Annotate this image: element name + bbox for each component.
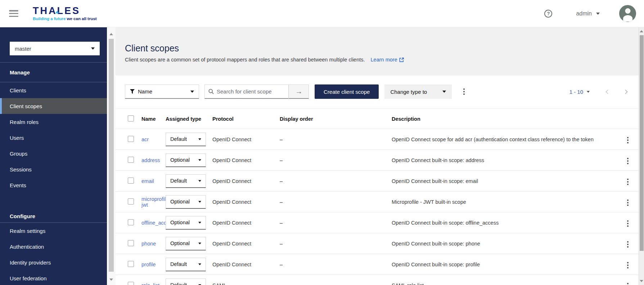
sidebar-item[interactable]: Clients	[0, 82, 107, 98]
toolbar-kebab-menu[interactable]	[462, 87, 466, 96]
assigned-type-dropdown[interactable]: Default	[166, 174, 206, 188]
learn-more-link[interactable]: Learn more	[371, 57, 404, 63]
protocol-cell: OpenID Connect	[212, 157, 280, 163]
scroll-down-arrow-icon[interactable]	[109, 279, 113, 281]
chevron-down-icon	[91, 47, 95, 50]
realm-selector[interactable]: master	[10, 42, 100, 55]
pagination-range-label: 1 - 10	[569, 89, 583, 95]
scope-name-link[interactable]: address	[141, 157, 160, 163]
assigned-type-dropdown[interactable]: Optional	[166, 195, 206, 209]
row-kebab-menu[interactable]	[626, 281, 630, 285]
avatar[interactable]	[619, 5, 636, 22]
sidebar-item-label: Users	[10, 135, 24, 141]
pagination-prev-button[interactable]	[605, 89, 610, 94]
assigned-type-value: Default	[170, 261, 187, 267]
sidebar-item[interactable]: Identity providers	[0, 254, 107, 270]
thales-logo: THALES Building a future we can all trus…	[33, 6, 97, 21]
sidebar-item[interactable]: User federation	[0, 270, 107, 285]
sidebar-item[interactable]: Authentication	[0, 239, 107, 254]
protocol-cell: OpenID Connect	[212, 137, 280, 142]
row-kebab-menu[interactable]	[626, 219, 630, 228]
brand-accent-triangle	[55, 11, 59, 13]
sidebar-item-label: User federation	[10, 275, 47, 281]
description-cell: OpenID Connect built-in scope: profile	[392, 262, 617, 267]
pagination-next-button[interactable]	[623, 89, 628, 94]
assigned-type-dropdown[interactable]: Default	[166, 258, 206, 271]
assigned-type-dropdown[interactable]: Default	[166, 133, 206, 146]
description-cell: OpenID Connect built-in scope: phone	[392, 241, 617, 247]
table-row: phone Optional OpenID Connect – OpenID C…	[116, 233, 639, 254]
create-client-scope-button[interactable]: Create client scope	[315, 84, 379, 99]
table-row: microprofile-jwt Optional OpenID Connect…	[116, 192, 639, 212]
brand-tagline-rest: we can all trust	[66, 17, 96, 21]
row-checkbox[interactable]	[128, 219, 134, 225]
page-header: Client scopes Client scopes are a common…	[116, 27, 639, 75]
sidebar-item[interactable]: Realm roles	[0, 114, 107, 130]
row-checkbox[interactable]	[128, 198, 134, 204]
main-layout: master Manage Clients Client scopes Real…	[0, 27, 644, 285]
table-row: profile Default OpenID Connect – OpenID …	[116, 254, 639, 275]
hamburger-menu-icon[interactable]	[9, 10, 18, 17]
row-checkbox[interactable]	[128, 261, 134, 267]
row-checkbox[interactable]	[128, 157, 134, 163]
row-kebab-menu[interactable]	[626, 198, 630, 207]
row-kebab-menu[interactable]	[626, 240, 630, 249]
table-row: role_list Default SAML – SAML role list	[116, 275, 639, 285]
chevron-down-icon	[587, 91, 590, 93]
sidebar-item[interactable]: Realm settings	[0, 223, 107, 239]
chevron-down-icon	[198, 263, 201, 265]
row-kebab-menu[interactable]	[626, 156, 630, 166]
scroll-down-arrow-icon[interactable]	[640, 280, 643, 282]
assigned-type-dropdown[interactable]: Default	[166, 279, 206, 285]
scope-name-link[interactable]: phone	[141, 241, 156, 247]
sidebar-scrollbar-thumb[interactable]	[109, 39, 114, 272]
user-menu[interactable]: admin	[576, 10, 600, 17]
top-bar: THALES Building a future we can all trus…	[0, 0, 644, 27]
sidebar-item[interactable]: Events	[0, 177, 107, 193]
scroll-up-arrow-icon[interactable]	[109, 33, 113, 35]
search-input[interactable]	[217, 88, 285, 95]
description-cell: OpenID Connect built-in scope: address	[392, 157, 617, 163]
sidebar-item-label: Sessions	[10, 166, 32, 173]
sidebar-item[interactable]: Groups	[0, 146, 107, 161]
row-kebab-menu[interactable]	[626, 177, 630, 187]
row-kebab-menu[interactable]	[626, 135, 630, 145]
sidebar-item[interactable]: Sessions	[0, 161, 107, 177]
display-order-cell: –	[280, 220, 392, 226]
assigned-type-dropdown[interactable]: Optional	[166, 237, 206, 250]
sidebar-scrollbar[interactable]	[107, 27, 116, 285]
sidebar-item[interactable]: Users	[0, 130, 107, 146]
page-description-line: Client scopes are a common set of protoc…	[125, 57, 629, 63]
select-all-checkbox[interactable]	[128, 115, 134, 121]
sidebar-item[interactable]: Client scopes	[0, 98, 107, 114]
assigned-type-dropdown[interactable]: Optional	[166, 153, 206, 167]
search-submit-button[interactable]: →	[289, 84, 309, 99]
change-type-dropdown[interactable]: Change type to	[384, 84, 452, 99]
main-scrollbar-thumb[interactable]	[640, 35, 644, 251]
protocol-cell: OpenID Connect	[212, 199, 280, 205]
row-kebab-menu[interactable]	[626, 261, 630, 270]
assigned-type-dropdown[interactable]: Optional	[166, 216, 206, 230]
topbar-right: ? admin	[544, 5, 636, 22]
scope-name-link[interactable]: role_list	[141, 282, 159, 285]
scope-name-link[interactable]: email	[141, 178, 154, 184]
main-scrollbar[interactable]	[639, 27, 644, 285]
help-icon[interactable]: ?	[544, 10, 552, 18]
row-checkbox[interactable]	[128, 178, 134, 184]
search-group: →	[204, 84, 309, 99]
table-row: email Default OpenID Connect – OpenID Co…	[116, 171, 639, 192]
scope-name-link[interactable]: acr	[141, 137, 149, 142]
row-checkbox[interactable]	[128, 136, 134, 142]
filter-type-dropdown[interactable]: Name	[125, 84, 199, 99]
row-checkbox[interactable]	[128, 282, 134, 285]
assigned-type-value: Optional	[170, 157, 190, 163]
learn-more-label: Learn more	[371, 57, 397, 63]
scope-name-link[interactable]: profile	[141, 262, 156, 267]
pagination-range-dropdown[interactable]: 1 - 10	[569, 89, 590, 95]
sidebar-item-label: Realm settings	[10, 228, 45, 234]
scroll-up-arrow-icon[interactable]	[640, 30, 643, 32]
brand-tagline: Building a future we can all trust	[33, 17, 97, 21]
display-order-cell: –	[280, 262, 392, 267]
row-checkbox[interactable]	[128, 240, 134, 246]
description-cell: OpenID Connect built-in scope: offline_a…	[392, 220, 617, 226]
